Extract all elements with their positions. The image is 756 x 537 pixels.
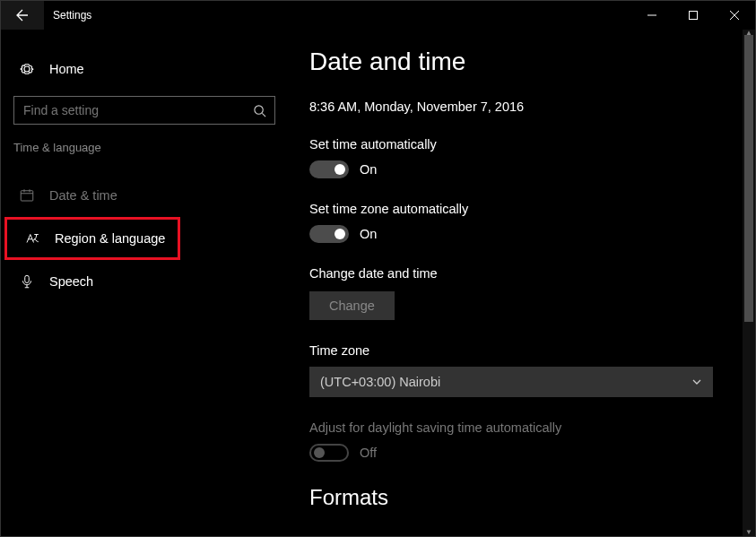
set-time-auto-toggle[interactable] bbox=[309, 160, 349, 178]
minimize-button[interactable] bbox=[631, 1, 673, 30]
language-icon bbox=[22, 230, 42, 247]
toggle-state: On bbox=[360, 162, 377, 177]
svg-rect-0 bbox=[690, 12, 698, 20]
maximize-button[interactable] bbox=[673, 1, 714, 30]
toggle-state: Off bbox=[360, 446, 377, 460]
chevron-down-icon bbox=[691, 377, 702, 387]
svg-rect-3 bbox=[25, 275, 30, 282]
home-link[interactable]: Home bbox=[1, 49, 288, 89]
close-icon bbox=[730, 11, 739, 20]
timezone-label: Time zone bbox=[309, 343, 734, 358]
gear-icon bbox=[17, 61, 37, 77]
scrollbar-thumb[interactable] bbox=[744, 35, 753, 322]
maximize-icon bbox=[689, 11, 698, 20]
svg-rect-2 bbox=[21, 191, 33, 201]
sidebar-item-label: Region & language bbox=[55, 231, 165, 246]
sidebar-item-label: Date & time bbox=[49, 188, 117, 203]
scroll-down-icon[interactable]: ▼ bbox=[743, 525, 755, 537]
scrollbar[interactable]: ▲ ▼ bbox=[743, 30, 755, 536]
current-datetime: 8:36 AM, Monday, November 7, 2016 bbox=[309, 100, 734, 114]
window-title: Settings bbox=[44, 9, 91, 22]
home-label: Home bbox=[49, 62, 84, 76]
arrow-left-icon bbox=[15, 8, 30, 22]
sidebar-section-label: Time & language bbox=[1, 141, 288, 154]
search-icon bbox=[244, 104, 274, 117]
dst-toggle bbox=[309, 444, 349, 462]
change-dt-label: Change date and time bbox=[309, 266, 734, 281]
sidebar-item-speech[interactable]: Speech bbox=[1, 262, 288, 301]
sidebar-item-label: Speech bbox=[49, 274, 93, 289]
sidebar-item-date-time[interactable]: Date & time bbox=[1, 176, 288, 215]
search-input[interactable] bbox=[14, 103, 244, 117]
dst-label: Adjust for daylight saving time automati… bbox=[309, 420, 734, 435]
microphone-icon bbox=[17, 273, 37, 290]
titlebar: Settings bbox=[1, 1, 755, 30]
set-tz-auto-label: Set time zone automatically bbox=[309, 202, 734, 216]
minimize-icon bbox=[647, 11, 656, 20]
sidebar-item-region-language[interactable]: Region & language bbox=[6, 219, 178, 258]
set-tz-auto-toggle[interactable] bbox=[309, 225, 349, 243]
svg-point-1 bbox=[254, 105, 262, 113]
clock-icon bbox=[17, 187, 37, 204]
formats-heading: Formats bbox=[309, 485, 734, 510]
page-heading: Date and time bbox=[309, 48, 734, 76]
toggle-state: On bbox=[360, 227, 377, 241]
timezone-value: (UTC+03:00) Nairobi bbox=[320, 375, 440, 389]
window-controls bbox=[631, 1, 755, 30]
search-box[interactable] bbox=[13, 96, 275, 125]
sidebar: Home Time & language Date & time Region … bbox=[1, 30, 288, 536]
set-time-auto-label: Set time automatically bbox=[309, 137, 734, 152]
change-button[interactable]: Change bbox=[309, 291, 395, 320]
back-button[interactable] bbox=[1, 1, 44, 30]
main-panel: Date and time 8:36 AM, Monday, November … bbox=[288, 30, 755, 536]
timezone-dropdown[interactable]: (UTC+03:00) Nairobi bbox=[309, 367, 713, 397]
